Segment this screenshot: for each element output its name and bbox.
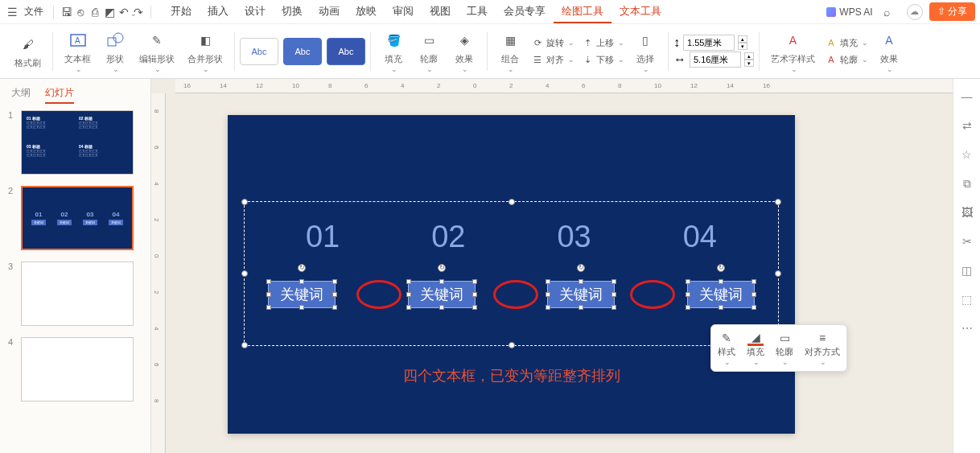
tab-insert[interactable]: 插入 <box>200 1 237 23</box>
print-icon[interactable]: ⎙ <box>88 2 102 22</box>
shape-button[interactable]: 形状 <box>97 26 133 76</box>
canvas-area[interactable]: 16141210 8642 0246 810121416 8642 02468 … <box>151 79 980 453</box>
outline-icon: ▭ <box>418 29 440 51</box>
rail-bookmark-icon[interactable]: ◫ <box>960 264 974 278</box>
text-fill-icon: A <box>825 36 838 49</box>
size-inputs: ↕ ▴▾ ↔ ▴▾ <box>673 35 754 68</box>
height-input[interactable] <box>683 35 735 51</box>
cloud-sync-icon[interactable]: ☁ <box>907 4 923 20</box>
keyword-box-3[interactable]: 关键词 <box>547 281 615 308</box>
merge-shape-button[interactable]: ◧ 合并形状 <box>181 26 229 76</box>
tab-text-tools[interactable]: 文本工具 <box>611 1 669 23</box>
svg-rect-2 <box>108 38 116 46</box>
width-icon: ↔ <box>673 52 686 67</box>
main-tabs: 开始 插入 设计 切换 动画 放映 审阅 视图 工具 会员专享 绘图工具 文本工… <box>163 1 669 23</box>
float-style-button[interactable]: ✎样式 <box>718 330 735 366</box>
keyword-box-4[interactable]: 关键词 <box>687 281 755 308</box>
format-painter-button[interactable]: 🖌 格式刷 <box>8 30 47 72</box>
save-icon[interactable]: 🖫 <box>59 2 73 22</box>
titlebar: ☰ 文件 🖫 ⎋ ⎙ ◩ ↶ ↷ 开始 插入 设计 切换 动画 放映 审阅 视图… <box>0 0 980 24</box>
tab-start[interactable]: 开始 <box>163 1 200 23</box>
group-button[interactable]: ▦ 组合 <box>492 26 528 76</box>
slide-thumb-2[interactable]: 01关键词 02关键词 03关键词 04关键词 <box>21 186 134 250</box>
rotate-button[interactable]: ⟳旋转 <box>528 35 578 51</box>
tab-vip[interactable]: 会员专享 <box>496 1 554 23</box>
keyword-box-1[interactable]: 关键词 <box>268 281 336 308</box>
float-fill-button[interactable]: ◢填充 <box>747 330 764 366</box>
outline-button[interactable]: ▭ 轮廓 <box>411 26 447 76</box>
style-preset-2[interactable]: Abc <box>283 38 322 65</box>
keyword-box-2[interactable]: 关键词 <box>408 281 476 308</box>
main-area: 大纲 幻灯片 1 01 标题正文正文正文正文正文正文 02 标题正文正文正文正文… <box>0 79 980 453</box>
float-outline-button[interactable]: ▭轮廓 <box>776 330 793 366</box>
tab-animation[interactable]: 动画 <box>311 1 348 23</box>
tab-tools[interactable]: 工具 <box>459 1 496 23</box>
rotation-handle[interactable] <box>298 264 306 272</box>
rail-image-icon[interactable]: 🖼 <box>960 206 974 220</box>
tab-review[interactable]: 审阅 <box>385 1 422 23</box>
move-down-icon: ⇣ <box>581 53 594 66</box>
thumb-number: 1 <box>8 110 16 120</box>
fill-button[interactable]: 🪣 填充 <box>376 26 411 76</box>
text-fill-button[interactable]: A填充 <box>821 35 871 51</box>
group-icon: ▦ <box>499 29 521 51</box>
textbox-button[interactable]: A 文本框 <box>58 26 97 76</box>
height-up[interactable]: ▴ <box>738 35 747 43</box>
rail-layers-icon[interactable]: ⧉ <box>960 177 974 191</box>
share-button[interactable]: ⇧ 分享 <box>929 2 975 21</box>
ruler-vertical: 8642 02468 <box>151 93 166 453</box>
rail-more-icon[interactable]: ⋯ <box>960 322 974 336</box>
text-outline-button[interactable]: A轮廓 <box>821 51 871 68</box>
select-button[interactable]: ▯ 选择 <box>628 26 663 76</box>
tab-view[interactable]: 视图 <box>422 1 459 23</box>
slide-thumb-3[interactable] <box>21 262 134 326</box>
rail-tools-icon[interactable]: ✂ <box>960 235 974 249</box>
style-preset-3[interactable]: Abc <box>327 38 365 65</box>
tab-transition[interactable]: 切换 <box>274 1 311 23</box>
tab-drawing-tools[interactable]: 绘图工具 <box>554 1 611 23</box>
width-up[interactable]: ▴ <box>744 52 754 60</box>
rail-collapse-icon[interactable]: — <box>960 90 974 105</box>
fill-icon: 🪣 <box>382 29 405 51</box>
tab-design[interactable]: 设计 <box>237 1 274 23</box>
width-input[interactable] <box>690 51 741 68</box>
redo-icon[interactable]: ↷ <box>131 2 146 22</box>
height-down[interactable]: ▾ <box>738 43 747 50</box>
rotation-handle[interactable] <box>438 264 446 272</box>
style-preset-1[interactable]: Abc <box>240 38 278 65</box>
preview-icon[interactable]: ◩ <box>102 2 117 22</box>
undo-icon[interactable]: ↶ <box>117 2 131 22</box>
slide-canvas[interactable]: 01 02 03 04 关键词 关键词 关键词 <box>228 115 795 434</box>
move-down-button[interactable]: ⇣下移 <box>578 51 628 68</box>
slide-thumb-1[interactable]: 01 标题正文正文正文正文正文正文 02 标题正文正文正文正文正文正文 03 标… <box>21 110 134 175</box>
export-icon[interactable]: ⎋ <box>73 2 88 22</box>
float-align-button[interactable]: ≡对齐方式 <box>805 330 840 366</box>
format-painter-icon: 🖌 <box>17 33 39 56</box>
width-down[interactable]: ▾ <box>744 60 754 67</box>
slide-thumb-4[interactable] <box>21 337 134 402</box>
wordart-icon: A <box>782 29 805 51</box>
search-icon[interactable]: ⌕ <box>879 2 894 22</box>
edit-shape-button[interactable]: ✎ 编辑形状 <box>133 26 181 76</box>
text-effect-icon: A <box>878 29 900 51</box>
annotation-oval-1 <box>356 280 401 309</box>
wps-ai-button[interactable]: WPS AI <box>826 6 872 18</box>
align-button[interactable]: ☰对齐 <box>528 51 578 68</box>
rail-template-icon[interactable]: ⬚ <box>960 293 974 307</box>
move-up-button[interactable]: ⇡上移 <box>578 35 628 51</box>
rotation-handle[interactable] <box>577 264 585 272</box>
file-menu[interactable]: 文件 <box>19 2 48 22</box>
thumb-number: 2 <box>8 186 16 196</box>
effect-button[interactable]: ◈ 效果 <box>447 26 482 76</box>
text-outline-icon: A <box>825 53 838 66</box>
rotation-handle[interactable] <box>717 264 725 272</box>
rail-settings-icon[interactable]: ⇄ <box>960 119 974 134</box>
outline-tab[interactable]: 大纲 <box>11 84 31 104</box>
text-effect-button[interactable]: A 效果 <box>871 26 907 76</box>
rail-star-icon[interactable]: ☆ <box>960 148 974 163</box>
wordart-style-button[interactable]: A 艺术字样式 <box>764 26 821 76</box>
align-icon: ☰ <box>531 53 544 66</box>
slides-tab[interactable]: 幻灯片 <box>45 84 74 104</box>
tab-slideshow[interactable]: 放映 <box>348 1 385 23</box>
menu-icon[interactable]: ☰ <box>5 2 19 22</box>
